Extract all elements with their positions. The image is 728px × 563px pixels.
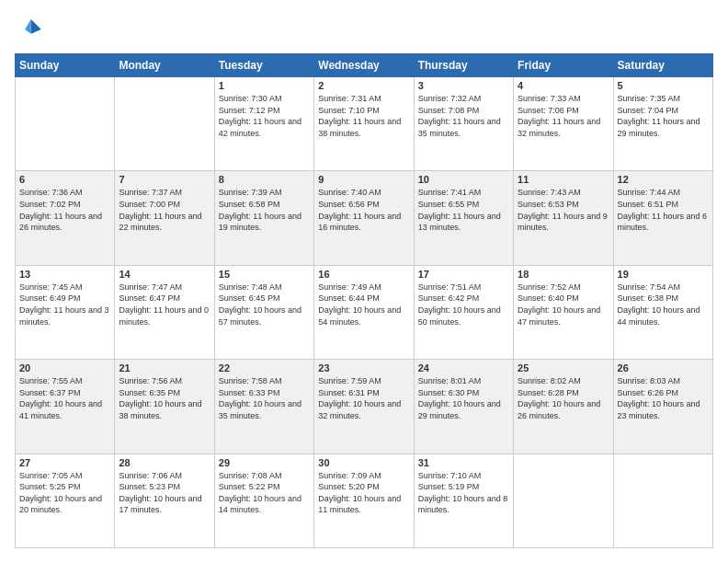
- day-number: 4: [518, 80, 609, 91]
- day-content: Sunrise: 7:39 AM Sunset: 6:58 PM Dayligh…: [219, 187, 310, 233]
- weekday-header: Sunday: [16, 54, 115, 77]
- day-number: 7: [119, 174, 210, 185]
- calendar-cell: 14Sunrise: 7:47 AM Sunset: 6:47 PM Dayli…: [115, 265, 214, 359]
- day-content: Sunrise: 7:30 AM Sunset: 7:12 PM Dayligh…: [219, 93, 310, 139]
- calendar-cell: 13Sunrise: 7:45 AM Sunset: 6:49 PM Dayli…: [16, 265, 115, 359]
- day-number: 19: [618, 269, 709, 280]
- calendar-cell: 15Sunrise: 7:48 AM Sunset: 6:45 PM Dayli…: [214, 265, 313, 359]
- day-content: Sunrise: 7:51 AM Sunset: 6:42 PM Dayligh…: [418, 282, 509, 327]
- calendar-cell: 29Sunrise: 7:08 AM Sunset: 5:22 PM Dayli…: [214, 454, 313, 547]
- calendar-week-row: 20Sunrise: 7:55 AM Sunset: 6:37 PM Dayli…: [16, 360, 713, 454]
- day-content: Sunrise: 7:09 AM Sunset: 5:20 PM Dayligh…: [318, 470, 409, 516]
- day-number: 28: [119, 457, 210, 468]
- day-number: 12: [618, 174, 709, 185]
- weekday-header: Monday: [115, 54, 214, 77]
- day-content: Sunrise: 7:45 AM Sunset: 6:49 PM Dayligh…: [19, 282, 110, 327]
- calendar-week-row: 1Sunrise: 7:30 AM Sunset: 7:12 PM Daylig…: [16, 77, 713, 171]
- calendar-cell: 7Sunrise: 7:37 AM Sunset: 7:00 PM Daylig…: [115, 171, 214, 265]
- calendar-cell: 20Sunrise: 7:55 AM Sunset: 6:37 PM Dayli…: [16, 360, 115, 454]
- calendar-cell: 1Sunrise: 7:30 AM Sunset: 7:12 PM Daylig…: [214, 77, 313, 171]
- calendar-table: SundayMondayTuesdayWednesdayThursdayFrid…: [15, 53, 713, 548]
- calendar-cell: [613, 454, 712, 547]
- calendar-cell: 5Sunrise: 7:35 AM Sunset: 7:04 PM Daylig…: [613, 77, 712, 171]
- day-number: 18: [518, 269, 609, 280]
- day-content: Sunrise: 8:03 AM Sunset: 6:26 PM Dayligh…: [618, 375, 709, 421]
- day-content: Sunrise: 7:37 AM Sunset: 7:00 PM Dayligh…: [119, 187, 210, 233]
- calendar-week-row: 27Sunrise: 7:05 AM Sunset: 5:25 PM Dayli…: [16, 454, 713, 547]
- day-content: Sunrise: 7:49 AM Sunset: 6:44 PM Dayligh…: [318, 282, 409, 327]
- day-content: Sunrise: 7:56 AM Sunset: 6:35 PM Dayligh…: [119, 375, 210, 421]
- day-content: Sunrise: 8:01 AM Sunset: 6:30 PM Dayligh…: [418, 375, 509, 421]
- day-number: 2: [318, 80, 409, 91]
- calendar-cell: 30Sunrise: 7:09 AM Sunset: 5:20 PM Dayli…: [314, 454, 414, 547]
- day-content: Sunrise: 7:55 AM Sunset: 6:37 PM Dayligh…: [19, 375, 110, 421]
- day-number: 17: [418, 269, 509, 280]
- calendar-cell: 10Sunrise: 7:41 AM Sunset: 6:55 PM Dayli…: [414, 171, 513, 265]
- day-number: 20: [19, 362, 110, 373]
- day-number: 9: [318, 174, 409, 185]
- day-number: 25: [518, 362, 609, 373]
- weekday-header: Tuesday: [214, 54, 313, 77]
- day-number: 8: [219, 174, 310, 185]
- day-number: 14: [119, 269, 210, 280]
- day-content: Sunrise: 7:31 AM Sunset: 7:10 PM Dayligh…: [318, 93, 409, 139]
- day-number: 31: [418, 457, 509, 468]
- calendar-cell: [16, 77, 115, 171]
- day-content: Sunrise: 7:43 AM Sunset: 6:53 PM Dayligh…: [518, 187, 609, 233]
- day-content: Sunrise: 7:54 AM Sunset: 6:38 PM Dayligh…: [618, 282, 709, 327]
- day-content: Sunrise: 8:02 AM Sunset: 6:28 PM Dayligh…: [518, 375, 609, 421]
- weekday-header: Saturday: [613, 54, 712, 77]
- day-content: Sunrise: 7:48 AM Sunset: 6:45 PM Dayligh…: [219, 282, 310, 327]
- weekday-header: Wednesday: [314, 54, 414, 77]
- header: [15, 15, 713, 44]
- weekday-header: Thursday: [414, 54, 513, 77]
- calendar-cell: 12Sunrise: 7:44 AM Sunset: 6:51 PM Dayli…: [613, 171, 712, 265]
- weekday-header: Friday: [514, 54, 613, 77]
- day-content: Sunrise: 7:44 AM Sunset: 6:51 PM Dayligh…: [618, 187, 709, 233]
- day-content: Sunrise: 7:05 AM Sunset: 5:25 PM Dayligh…: [19, 470, 110, 516]
- day-content: Sunrise: 7:35 AM Sunset: 7:04 PM Dayligh…: [618, 93, 709, 139]
- day-number: 26: [618, 362, 709, 373]
- day-number: 15: [219, 269, 310, 280]
- calendar-cell: 19Sunrise: 7:54 AM Sunset: 6:38 PM Dayli…: [613, 265, 712, 359]
- day-number: 30: [318, 457, 409, 468]
- page: SundayMondayTuesdayWednesdayThursdayFrid…: [0, 0, 728, 563]
- day-number: 3: [418, 80, 509, 91]
- day-number: 16: [318, 269, 409, 280]
- day-content: Sunrise: 7:08 AM Sunset: 5:22 PM Dayligh…: [219, 470, 310, 516]
- calendar-cell: 22Sunrise: 7:58 AM Sunset: 6:33 PM Dayli…: [214, 360, 313, 454]
- calendar-cell: 26Sunrise: 8:03 AM Sunset: 6:26 PM Dayli…: [613, 360, 712, 454]
- day-content: Sunrise: 7:06 AM Sunset: 5:23 PM Dayligh…: [119, 470, 210, 516]
- calendar-cell: 17Sunrise: 7:51 AM Sunset: 6:42 PM Dayli…: [414, 265, 513, 359]
- calendar-cell: 21Sunrise: 7:56 AM Sunset: 6:35 PM Dayli…: [115, 360, 214, 454]
- day-content: Sunrise: 7:59 AM Sunset: 6:31 PM Dayligh…: [318, 375, 409, 421]
- calendar-week-row: 13Sunrise: 7:45 AM Sunset: 6:49 PM Dayli…: [16, 265, 713, 359]
- day-number: 5: [618, 80, 709, 91]
- calendar-cell: 2Sunrise: 7:31 AM Sunset: 7:10 PM Daylig…: [314, 77, 414, 171]
- logo-icon: [15, 15, 44, 44]
- svg-marker-0: [31, 19, 41, 34]
- day-number: 27: [19, 457, 110, 468]
- calendar-cell: 25Sunrise: 8:02 AM Sunset: 6:28 PM Dayli…: [514, 360, 613, 454]
- day-number: 6: [19, 174, 110, 185]
- day-number: 21: [119, 362, 210, 373]
- day-number: 13: [19, 269, 110, 280]
- day-number: 11: [518, 174, 609, 185]
- day-number: 22: [219, 362, 310, 373]
- calendar-cell: 11Sunrise: 7:43 AM Sunset: 6:53 PM Dayli…: [514, 171, 613, 265]
- calendar-cell: 3Sunrise: 7:32 AM Sunset: 7:08 PM Daylig…: [414, 77, 513, 171]
- day-number: 10: [418, 174, 509, 185]
- day-content: Sunrise: 7:41 AM Sunset: 6:55 PM Dayligh…: [418, 187, 509, 233]
- calendar-header-row: SundayMondayTuesdayWednesdayThursdayFrid…: [16, 54, 713, 77]
- day-number: 23: [318, 362, 409, 373]
- day-content: Sunrise: 7:33 AM Sunset: 7:06 PM Dayligh…: [518, 93, 609, 139]
- calendar-cell: [514, 454, 613, 547]
- calendar-cell: 27Sunrise: 7:05 AM Sunset: 5:25 PM Dayli…: [16, 454, 115, 547]
- day-number: 1: [219, 80, 310, 91]
- calendar-cell: 31Sunrise: 7:10 AM Sunset: 5:19 PM Dayli…: [414, 454, 513, 547]
- calendar-week-row: 6Sunrise: 7:36 AM Sunset: 7:02 PM Daylig…: [16, 171, 713, 265]
- calendar-cell: 23Sunrise: 7:59 AM Sunset: 6:31 PM Dayli…: [314, 360, 414, 454]
- day-content: Sunrise: 7:47 AM Sunset: 6:47 PM Dayligh…: [119, 282, 210, 327]
- svg-marker-1: [25, 19, 30, 34]
- day-number: 24: [418, 362, 509, 373]
